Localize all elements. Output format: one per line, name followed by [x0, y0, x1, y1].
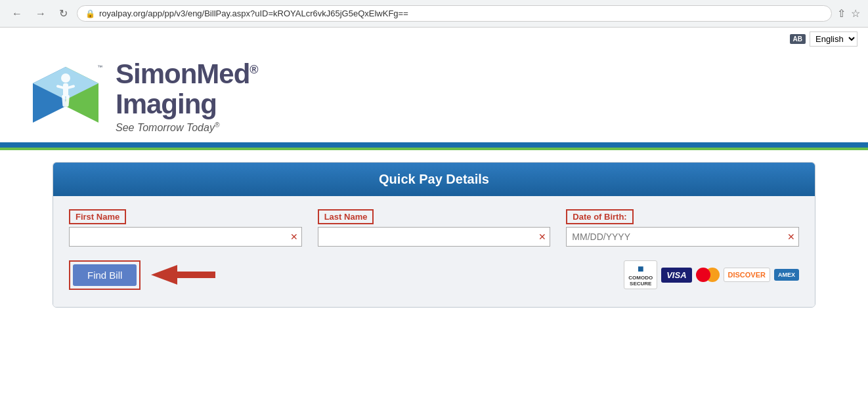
svg-text:™: ™ — [97, 64, 102, 70]
svg-marker-10 — [151, 265, 177, 285]
brand-name: SimonMed® Imaging — [116, 59, 258, 119]
last-name-label: Last Name — [318, 209, 374, 224]
last-name-input[interactable] — [318, 227, 551, 247]
forward-button[interactable]: → — [32, 7, 50, 21]
find-bill-button[interactable]: Find Bill — [73, 264, 137, 286]
dob-input[interactable] — [566, 227, 799, 247]
dob-input-wrap: ✕ — [566, 227, 799, 247]
find-bill-box: Find Bill — [69, 260, 141, 290]
dob-label: Date of Birth: — [566, 209, 633, 224]
mc-circle-left — [696, 268, 710, 282]
first-name-label: First Name — [69, 209, 126, 224]
bottom-row: Find Bill ■ COMODO SECURE — [69, 258, 799, 291]
address-bar[interactable]: 🔒 royalpay.org/app/pp/v3/eng/BillPay.asp… — [77, 5, 832, 22]
reload-button[interactable]: ↻ — [55, 6, 72, 21]
comodo-badge: ■ COMODO SECURE — [624, 260, 657, 289]
language-select[interactable]: English — [810, 31, 857, 47]
share-button[interactable]: ⇧ — [837, 7, 846, 20]
green-divider — [0, 148, 868, 150]
last-name-input-wrap: ✕ — [318, 227, 551, 247]
lang-icon: AB — [790, 34, 806, 44]
url-text: royalpay.org/app/pp/v3/eng/BillPay.aspx?… — [99, 9, 823, 18]
amex-label: AMEX — [778, 272, 795, 278]
first-name-input-wrap: ✕ — [69, 227, 302, 247]
comodo-label2: SECURE — [630, 281, 651, 287]
arrow-icon — [151, 258, 217, 291]
lock-icon: 🔒 — [85, 9, 95, 18]
quick-pay-body: First Name ✕ Last Name ✕ Date — [53, 196, 815, 307]
quick-pay-card: Quick Pay Details First Name ✕ Last Name — [53, 162, 815, 308]
visa-badge: VISA — [661, 268, 691, 283]
discover-label: DISCOVER — [728, 271, 766, 279]
site-header: ™ SimonMed® Imaging See Tomorrow Today® — [0, 51, 868, 145]
first-name-input[interactable] — [69, 227, 302, 247]
form-row: First Name ✕ Last Name ✕ Date — [69, 209, 799, 247]
svg-rect-11 — [176, 272, 215, 278]
comodo-label1: COMODO — [628, 275, 653, 281]
svg-rect-4 — [63, 83, 68, 96]
lang-bar: AB English — [0, 28, 868, 51]
mastercard-badge — [696, 268, 720, 282]
discover-badge: DISCOVER — [724, 268, 770, 282]
amex-badge: AMEX — [774, 269, 799, 281]
quick-pay-header: Quick Pay Details — [53, 163, 815, 196]
browser-actions: ⇧ ☆ — [837, 7, 860, 20]
logo-area: ™ SimonMed® Imaging See Tomorrow Today® — [26, 57, 842, 142]
first-name-clear-button[interactable]: ✕ — [290, 232, 298, 242]
back-button[interactable]: ← — [8, 7, 26, 21]
payment-logos: ■ COMODO SECURE VISA DISCOV — [624, 260, 799, 289]
dob-clear-button[interactable]: ✕ — [787, 232, 795, 242]
bookmark-button[interactable]: ☆ — [851, 7, 860, 20]
quick-pay-title: Quick Pay Details — [379, 172, 489, 186]
svg-point-3 — [61, 73, 70, 83]
brand-tagline: See Tomorrow Today® — [116, 121, 258, 134]
find-bill-area: Find Bill — [69, 258, 217, 291]
comodo-shield-icon: ■ — [638, 263, 644, 275]
last-name-group: Last Name ✕ — [318, 209, 551, 247]
main-content: Quick Pay Details First Name ✕ Last Name — [0, 162, 868, 327]
logo-image: ™ — [26, 57, 105, 136]
visa-label: VISA — [666, 270, 686, 280]
brand-text: SimonMed® Imaging See Tomorrow Today® — [116, 59, 258, 134]
last-name-clear-button[interactable]: ✕ — [538, 232, 546, 242]
browser-chrome: ← → ↻ 🔒 royalpay.org/app/pp/v3/eng/BillP… — [0, 0, 868, 28]
dob-group: Date of Birth: ✕ — [566, 209, 799, 247]
first-name-group: First Name ✕ — [69, 209, 302, 247]
